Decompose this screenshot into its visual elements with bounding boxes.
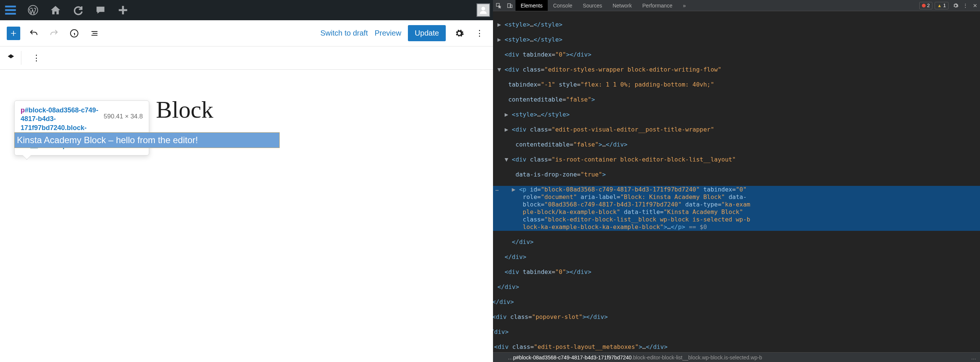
warning-badge[interactable]: ▲1 (935, 2, 948, 10)
tab-elements[interactable]: Elements (515, 0, 548, 11)
comment-icon[interactable] (93, 3, 108, 17)
dom-line[interactable]: contenteditable="false"> (493, 96, 980, 103)
tab-network[interactable]: Network (607, 0, 637, 11)
undo-button[interactable] (27, 27, 40, 40)
error-badge[interactable]: 2 (919, 2, 932, 10)
more-menu-icon[interactable]: ⋮ (473, 27, 486, 40)
home-icon[interactable] (48, 3, 63, 17)
dom-breadcrumb[interactable]: … p#block-08ad3568-c749-4817-b4d3-171f97… (493, 352, 980, 362)
dom-tree[interactable]: ▶ <style>…</style> ▶ <style>…</style> <d… (493, 11, 980, 352)
dom-line[interactable]: ▶ <style>…</style> (493, 111, 980, 118)
tab-performance[interactable]: Performance (637, 0, 678, 11)
block-icon[interactable] (7, 53, 15, 63)
breadcrumb-selected[interactable]: p#block-08ad3568-c749-4817-b4d3-171f97bd… (513, 354, 632, 360)
device-toggle-icon[interactable] (504, 3, 515, 9)
refresh-icon[interactable] (70, 3, 86, 17)
devtools-close-icon[interactable]: ✕ (970, 3, 980, 9)
add-block-button[interactable] (7, 27, 20, 40)
dom-line[interactable]: data-is-drop-zone="true"> (493, 171, 980, 178)
devtools-settings-icon[interactable] (951, 3, 961, 9)
dom-line[interactable]: <div tabindex="0"></div> (493, 268, 980, 276)
devtools-toolbar: Elements Console Sources Network Perform… (493, 0, 980, 11)
dom-line[interactable]: </div> (493, 328, 980, 336)
tab-sources[interactable]: Sources (578, 0, 607, 11)
settings-icon[interactable] (452, 27, 466, 40)
dom-line[interactable]: ▶ <style>…</style> (493, 21, 980, 29)
update-button[interactable]: Update (408, 25, 446, 41)
wp-adminbar (0, 0, 493, 20)
dom-line[interactable]: </div> (493, 238, 980, 246)
svg-point-1 (481, 7, 485, 11)
devtools-tabs: Elements Console Sources Network Perform… (515, 0, 691, 11)
info-button[interactable] (67, 27, 81, 40)
editor-toolbar: Switch to draft Preview Update ⋮ (0, 20, 493, 46)
inspect-element-icon[interactable] (493, 3, 504, 9)
dom-line[interactable]: <div tabindex="0"></div> (493, 51, 980, 59)
dom-line[interactable]: contenteditable="false">…</div> (493, 141, 980, 148)
devtools-more-icon[interactable]: ⋮ (961, 3, 970, 9)
dom-line[interactable]: <div class="popover-slot"></div> (493, 313, 980, 321)
editor-canvas[interactable]: Block p#block-08ad3568-c749-4817-b4d3-17… (0, 70, 493, 362)
avatar[interactable] (477, 3, 490, 17)
highlighted-block[interactable]: Kinsta Academy Block – hello from the ed… (14, 132, 280, 148)
post-title[interactable]: Block (156, 96, 213, 124)
redo-button[interactable] (47, 27, 61, 40)
wordpress-logo-icon[interactable] (25, 3, 40, 17)
new-icon[interactable] (116, 3, 130, 17)
dom-selected-node[interactable]: … ▶ <p id="block-08ad3568-c749-4817-b4d3… (493, 186, 980, 231)
block-toolbar: ⋮ (0, 46, 493, 70)
dom-line[interactable]: ▶ <div class="edit-post-visual-editor__p… (493, 126, 980, 133)
preview-link[interactable]: Preview (374, 29, 401, 38)
dom-line[interactable]: ▼ <div class="editor-styles-wrapper bloc… (493, 66, 980, 73)
dom-line[interactable]: tabindex="-1" style="flex: 1 1 0%; paddi… (493, 81, 980, 89)
dom-line[interactable]: </div> (493, 283, 980, 291)
tab-overflow[interactable]: » (678, 0, 691, 11)
menu-icon[interactable] (3, 3, 18, 17)
dom-line[interactable]: </div> (493, 253, 980, 261)
outline-button[interactable] (88, 27, 101, 40)
switch-to-draft-link[interactable]: Switch to draft (320, 29, 368, 38)
dom-line[interactable]: ▶ <div class="edit-post-layout__metaboxe… (493, 343, 980, 351)
tooltip-dimensions: 590.41 × 34.8 (104, 106, 143, 120)
devtools-panel: Elements Console Sources Network Perform… (493, 0, 980, 362)
dom-line[interactable]: ▼ <div class="is-root-container block-ed… (493, 156, 980, 164)
dom-line[interactable]: ▶ <style>…</style> (493, 36, 980, 43)
dom-line[interactable]: </div> (493, 298, 980, 306)
tab-console[interactable]: Console (548, 0, 578, 11)
wordpress-editor: Switch to draft Preview Update ⋮ ⋮ Block… (0, 0, 493, 362)
